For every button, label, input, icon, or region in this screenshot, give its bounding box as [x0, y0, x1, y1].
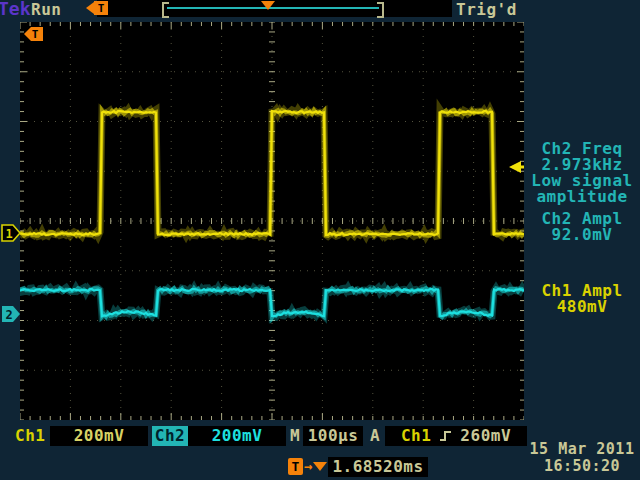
datetime-readout: 15 Mar 2011 16:50:20 [524, 441, 640, 475]
ch1-ground-marker: 1 [1, 224, 21, 242]
time-value: 16:50:20 [524, 458, 640, 475]
rising-edge-icon [439, 429, 452, 443]
delay-marker-icon: T [288, 458, 303, 475]
trigger-position-icon: T [86, 1, 110, 16]
delay-value-readout: 1.68520ms [328, 457, 428, 477]
ch2-ampl-readout: Ch2 Ampl 92.0mV [524, 211, 640, 243]
acquisition-status: Run [31, 2, 61, 18]
ch2-ampl-value: 92.0mV [524, 227, 640, 243]
trigger-readout: Ch1 260mV [385, 426, 527, 446]
timebase-readout: 100µs [303, 426, 363, 446]
window-position-footer-icon [313, 462, 327, 471]
warning-line2: amplitude [524, 189, 640, 205]
graticule-trigger-letter: T [32, 28, 39, 41]
date-value: 15 Mar 2011 [524, 441, 640, 458]
arrow-right-icon: → [304, 458, 312, 475]
tek-logo: Tek [0, 0, 31, 19]
delay-marker-letter: T [292, 459, 300, 474]
ch2-scale-readout: 200mV [188, 426, 286, 446]
ch1-marker-label: 1 [5, 227, 12, 241]
oscilloscope-screen: Tek Run T Trig'd T 1 2 Ch2 Freq 2.973kHz… [0, 0, 640, 480]
graticule: T [20, 22, 524, 420]
ch1-scale-readout: 200mV [50, 426, 148, 446]
ch2-ground-marker: 2 [1, 305, 21, 323]
timebase-label: M [290, 428, 300, 444]
trigger-source: Ch1 [401, 428, 431, 444]
ch1-label: Ch1 [15, 428, 45, 444]
trigger-group-label: A [370, 428, 380, 444]
record-bracket-left-icon [162, 2, 169, 18]
ch1-ampl-readout: Ch1 Ampl 480mV [524, 283, 640, 315]
waveform-display: T [20, 22, 524, 420]
ch1-ampl-value: 480mV [524, 299, 640, 315]
ch2-label-badge: Ch2 [152, 426, 188, 446]
window-position-icon [261, 1, 275, 10]
trigger-position-letter: T [98, 2, 105, 15]
record-bracket-right-icon [377, 2, 384, 18]
ch2-freq-readout: Ch2 Freq 2.973kHz Low signal amplitude [524, 141, 640, 205]
trigger-status: Trig'd [456, 2, 517, 18]
trigger-level-value: 260mV [460, 428, 511, 444]
ch2-marker-label: 2 [5, 308, 12, 322]
